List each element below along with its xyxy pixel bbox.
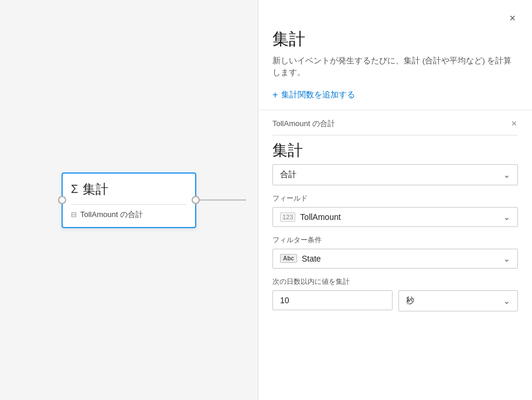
field-type-badge: 123 (280, 212, 295, 222)
days-input-wrap (272, 290, 393, 311)
canvas-area: Σ 集計 ⊟ TollAmount の合計 (0, 0, 258, 400)
aggregation-chevron-icon: ⌄ (503, 170, 510, 179)
filter-value: State (302, 254, 321, 263)
days-unit-chevron-icon: ⌄ (503, 296, 510, 306)
days-input[interactable] (272, 290, 393, 310)
aggregate-node[interactable]: Σ 集計 ⊟ TollAmount の合計 (62, 172, 196, 228)
field-label: フィールド (272, 194, 518, 204)
aggregation-type-value: 合計 (280, 170, 296, 180)
field-value: TollAmount (300, 212, 340, 222)
days-label: 次の日数以内に値を集計 (272, 277, 518, 287)
add-function-button[interactable]: + 集計関数を追加する (272, 87, 355, 103)
right-panel: × 集計 新しいイベントが発生するたびに、集計 (合計や平均など) を計算します… (258, 0, 532, 400)
section-title: TollAmount の合計 (272, 118, 335, 129)
panel-close-button[interactable]: × (507, 12, 518, 25)
panel-header: × 集計 新しいイベントが発生するたびに、集計 (合計や平均など) を計算します… (258, 0, 532, 110)
plus-icon: + (272, 90, 278, 100)
aggregation-type-dropdown[interactable]: 合計 ⌄ (272, 164, 518, 185)
panel-title: 集計 (272, 28, 518, 50)
panel-description: 新しいイベントが発生するたびに、集計 (合計や平均など) を計算します。 (272, 55, 518, 79)
filter-label: フィルター条件 (272, 235, 518, 245)
node-row: ⊟ TollAmount の合計 (71, 209, 187, 220)
field-value-group: 123 TollAmount (280, 212, 341, 222)
field-dropdown[interactable]: 123 TollAmount ⌄ (272, 207, 518, 227)
section-header: TollAmount の合計 × (272, 110, 518, 135)
panel-close-row: × (272, 12, 518, 25)
section-close-button[interactable]: × (510, 118, 518, 129)
field-chevron-icon: ⌄ (503, 212, 510, 222)
node-title: 集計 (83, 181, 108, 198)
days-unit-wrap: 秒 ⌄ (398, 290, 519, 311)
days-unit-dropdown[interactable]: 秒 ⌄ (398, 290, 519, 311)
filter-chevron-icon: ⌄ (503, 254, 510, 263)
filter-dropdown[interactable]: Abc State ⌄ (272, 249, 518, 269)
filter-value-group: Abc State (280, 254, 321, 263)
node-header: Σ 集計 (71, 181, 187, 198)
days-row: 秒 ⌄ (272, 290, 518, 311)
connector-right[interactable] (192, 196, 200, 204)
node-row-icon: ⊟ (71, 211, 77, 219)
panel-body: TollAmount の合計 × 集計 合計 ⌄ フィールド 123 TollA… (258, 110, 532, 401)
node-row-label: TollAmount の合計 (80, 209, 143, 220)
node-body: ⊟ TollAmount の合計 (71, 204, 187, 220)
days-unit-value: 秒 (406, 296, 414, 306)
sigma-icon: Σ (71, 182, 78, 196)
connector-left[interactable] (58, 196, 66, 204)
filter-type-badge: Abc (280, 254, 297, 263)
add-function-label: 集計関数を追加する (281, 90, 355, 100)
aggregation-section-title: 集計 (272, 140, 518, 161)
